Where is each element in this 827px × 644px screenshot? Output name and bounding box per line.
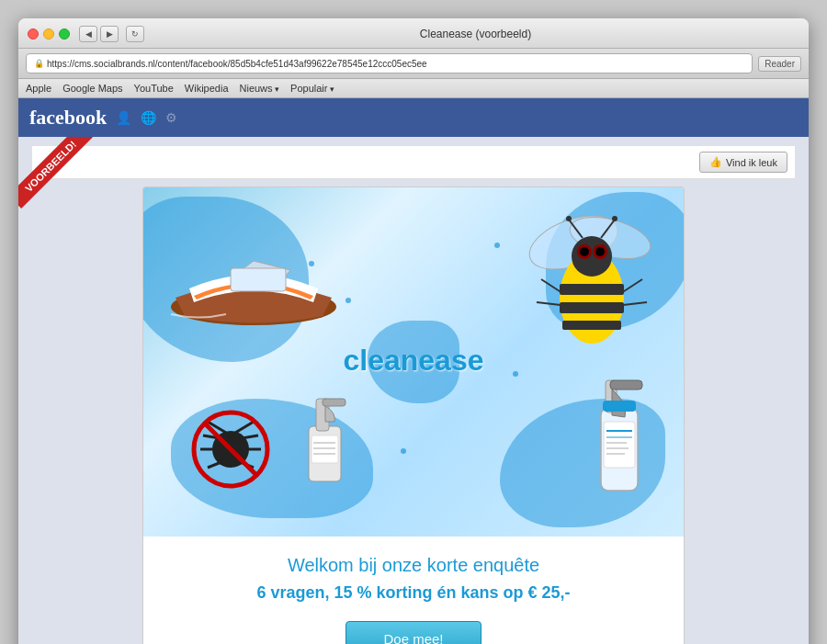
pump-spray-image: [290, 380, 355, 491]
boat-image: [162, 215, 346, 334]
facebook-header: facebook 👤 🌐 ⚙: [18, 98, 809, 137]
bookmark-nieuws[interactable]: Nieuws: [240, 83, 280, 94]
bee-image: [509, 206, 665, 353]
url-bar-row: 🔒 https://cms.socialbrands.nl/content/fa…: [18, 49, 809, 79]
svg-line-17: [541, 279, 562, 293]
url-bar[interactable]: 🔒 https://cms.socialbrands.nl/content/fa…: [26, 53, 753, 73]
reader-button[interactable]: Reader: [758, 56, 801, 72]
dot-2: [346, 298, 351, 303]
fb-globe-icon: 🌐: [141, 110, 156, 125]
bookmarks-bar: Apple Google Maps YouTube Wikipedia Nieu…: [18, 79, 809, 98]
svg-rect-48: [603, 401, 636, 412]
minimize-button[interactable]: [43, 28, 54, 40]
forward-button[interactable]: ▶: [100, 26, 119, 42]
browser-window: ◀ ▶ ↻ Cleanease (voorbeeld) 🔒 https://cm…: [18, 18, 809, 644]
svg-point-8: [572, 236, 612, 277]
like-bar: 👍 Vind ik leuk: [32, 146, 795, 179]
svg-rect-7: [562, 321, 621, 330]
svg-rect-34: [323, 399, 346, 406]
ad-card: cleanease: [142, 186, 685, 644]
nav-buttons: ◀ ▶: [79, 26, 119, 42]
window-title: Cleanease (voorbeeld): [152, 28, 799, 40]
bookmark-google-maps[interactable]: Google Maps: [62, 83, 122, 94]
svg-point-14: [566, 216, 572, 221]
thumbs-up-icon: 👍: [709, 156, 722, 168]
svg-line-20: [623, 302, 647, 305]
welcome-text: Welkom bij onze korte enquête: [171, 555, 656, 576]
offer-text: 6 vragen, 15 % korting én kans op € 25,-: [171, 583, 656, 603]
reload-button[interactable]: ↻: [126, 26, 144, 42]
fb-settings-icon: ⚙: [165, 110, 177, 125]
fb-user-icon: 👤: [116, 110, 131, 125]
svg-point-16: [612, 216, 617, 221]
svg-rect-42: [604, 422, 635, 468]
traffic-lights: [28, 28, 70, 40]
close-button[interactable]: [28, 28, 39, 40]
cta-button[interactable]: Doe mee!: [346, 621, 481, 644]
url-text: https://cms.socialbrands.nl/content/face…: [47, 59, 427, 69]
facebook-logo: facebook: [29, 106, 107, 130]
bug-image: [189, 408, 272, 491]
svg-line-25: [231, 422, 254, 435]
lock-icon: 🔒: [34, 59, 44, 68]
bookmark-wikipedia[interactable]: Wikipedia: [185, 83, 229, 94]
voorbeeld-ribbon: VOORBEELD!: [18, 137, 101, 220]
svg-rect-6: [560, 302, 624, 313]
title-bar: ◀ ▶ ↻ Cleanease (voorbeeld): [18, 18, 809, 49]
like-label: Vind ik leuk: [726, 157, 777, 168]
content-area: VOORBEELD! 👍 Vind ik leuk: [18, 137, 809, 644]
svg-point-11: [580, 247, 589, 256]
svg-line-18: [537, 302, 561, 305]
svg-rect-35: [312, 435, 338, 463]
dot-4: [401, 448, 406, 454]
svg-rect-5: [560, 284, 624, 295]
brand-name: cleanease: [343, 344, 483, 378]
ribbon-text: VOORBEELD!: [18, 137, 93, 209]
svg-point-12: [595, 247, 605, 256]
bookmark-populair[interactable]: Populair: [290, 83, 334, 94]
svg-rect-41: [610, 380, 642, 390]
spray-bottle-image: [583, 353, 656, 500]
bookmark-apple[interactable]: Apple: [26, 83, 51, 94]
dot-3: [494, 243, 500, 248]
maximize-button[interactable]: [59, 28, 70, 40]
like-button[interactable]: 👍 Vind ik leuk: [699, 152, 787, 173]
ad-text-area: Welkom bij onze korte enquête 6 vragen, …: [143, 537, 684, 644]
ad-image-area: cleanease: [143, 187, 684, 537]
dot-5: [513, 371, 518, 377]
bookmark-youtube[interactable]: YouTube: [134, 83, 174, 94]
svg-line-19: [621, 279, 642, 293]
back-button[interactable]: ◀: [79, 26, 97, 42]
svg-rect-1: [231, 268, 286, 291]
